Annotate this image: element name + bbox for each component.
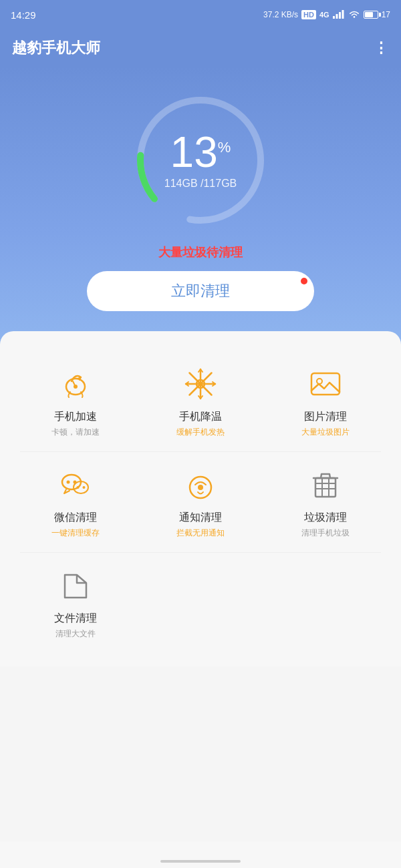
signal-icon (333, 9, 345, 21)
cool-icon (181, 365, 220, 403)
battery-level: 17 (382, 10, 390, 19)
trash-desc: 清理手机垃圾 (301, 527, 350, 539)
menu-button[interactable]: ⋮ (374, 39, 389, 57)
wechat-desc: 一键清理缓存 (51, 527, 100, 539)
storage-text: 114GB /117GB (164, 178, 237, 190)
photo-desc: 大量垃圾图片 (301, 427, 350, 438)
accelerate-desc: 卡顿，请加速 (51, 427, 100, 438)
clean-button-wrapper: 立即清理 (87, 271, 314, 311)
svg-rect-14 (311, 373, 340, 395)
feature-accelerate[interactable]: 手机加速 卡顿，请加速 (13, 351, 138, 451)
photo-name: 图片清理 (304, 410, 347, 424)
status-icons: 37.2 KB/s HD 4G 17 (263, 9, 390, 21)
home-indicator (160, 860, 241, 863)
feature-trash[interactable]: 垃圾清理 清理手机垃圾 (263, 452, 388, 552)
svg-rect-2 (339, 12, 341, 19)
svg-point-20 (77, 486, 80, 489)
feature-notification[interactable]: 通知清理 拦截无用通知 (138, 452, 263, 552)
feature-grid: 手机加速 卡顿，请加速 手机降温 缓解手机发热 (13, 351, 388, 653)
accelerate-name: 手机加速 (54, 410, 97, 424)
svg-point-23 (198, 485, 203, 490)
notification-desc: 拦截无用通知 (176, 527, 225, 539)
svg-rect-1 (336, 14, 338, 19)
speed-indicator: 37.2 KB/s (263, 10, 298, 19)
wifi-icon (348, 9, 360, 21)
network-icon: 4G (319, 11, 329, 19)
file-desc: 清理大文件 (55, 628, 96, 640)
content-area: 手机加速 卡顿，请加速 手机降温 缓解手机发热 (0, 331, 401, 666)
notification-name: 通知清理 (179, 511, 222, 525)
feature-file[interactable]: 文件清理 清理大文件 (13, 553, 138, 653)
svg-rect-24 (315, 478, 336, 497)
status-bar: 14:29 37.2 KB/s HD 4G 17 (0, 0, 401, 29)
clean-button[interactable]: 立即清理 (87, 271, 314, 311)
notification-icon (181, 465, 220, 504)
storage-circle: 13% 114GB /117GB (127, 87, 274, 234)
hero-section: 13% 114GB /117GB 大量垃圾待清理 立即清理 (0, 67, 401, 345)
svg-point-21 (83, 486, 86, 489)
cool-desc: 缓解手机发热 (176, 427, 225, 438)
trash-name: 垃圾清理 (304, 511, 347, 525)
svg-point-15 (317, 379, 322, 384)
hd-icon: HD (301, 10, 316, 19)
feature-wechat[interactable]: 微信清理 一键清理缓存 (13, 452, 138, 552)
file-name: 文件清理 (54, 612, 97, 626)
clean-button-dot (301, 278, 307, 284)
svg-rect-0 (333, 16, 335, 19)
trash-icon (306, 465, 345, 504)
feature-photo[interactable]: 图片清理 大量垃圾图片 (263, 351, 388, 451)
warning-text: 大量垃圾待清理 (158, 244, 243, 260)
percent-value: 13 (170, 131, 218, 174)
bottom-bar (0, 841, 401, 868)
title-bar: 越豹手机大师 ⋮ (0, 29, 401, 67)
feature-cool[interactable]: 手机降温 缓解手机发热 (138, 351, 263, 451)
file-icon (56, 566, 95, 605)
accelerate-icon (56, 365, 95, 403)
wechat-name: 微信清理 (54, 511, 97, 525)
status-time: 14:29 (11, 9, 36, 21)
svg-point-4 (353, 16, 355, 18)
wechat-icon (56, 465, 95, 504)
circle-center: 13% 114GB /117GB (164, 131, 237, 190)
svg-rect-3 (342, 10, 344, 19)
photo-icon (306, 365, 345, 403)
svg-point-17 (67, 481, 70, 484)
app-title: 越豹手机大师 (12, 38, 100, 58)
cool-name: 手机降温 (179, 410, 222, 424)
battery-icon (364, 11, 378, 19)
percent-sign: % (218, 139, 231, 156)
